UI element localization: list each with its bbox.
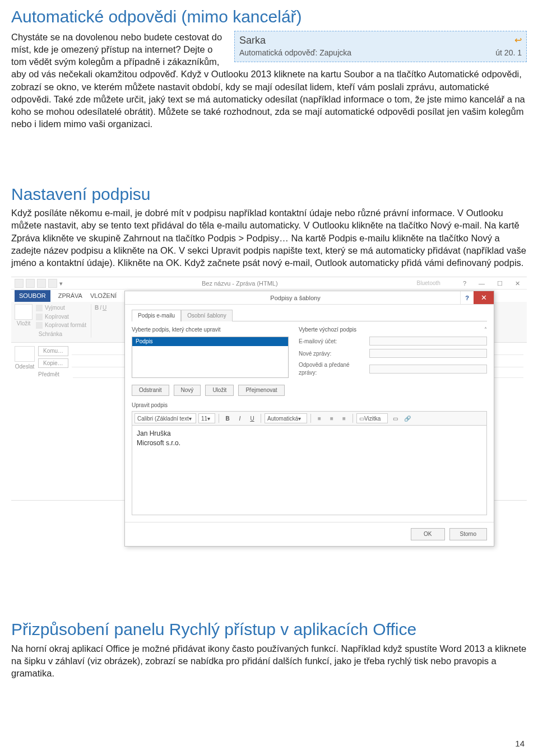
section3-body: Na horní okraj aplikací Office je možné … [11, 642, 527, 680]
rename-button[interactable]: Přejmenovat [238, 385, 284, 396]
help-icon[interactable]: ? [463, 279, 466, 288]
qat-icon[interactable] [26, 279, 35, 288]
notification-toast: Sarka ↩ Automatická odpověď: Zapujcka út… [234, 31, 527, 62]
heading-auto-replies: Automatické odpovědi (mimo kancelář) [11, 6, 527, 29]
replies-label: Odpovědi a předané zprávy: [299, 361, 366, 376]
minimize-icon[interactable]: — [479, 279, 485, 288]
send-label: Odeslat [15, 363, 34, 371]
font-size-select[interactable]: 11 ▾ [198, 413, 215, 423]
account-label: E-mailový účet: [299, 338, 366, 346]
quick-access-toolbar: ▾ [11, 279, 63, 288]
cancel-button[interactable]: Storno [449, 528, 487, 540]
bold-button[interactable]: B [222, 413, 233, 423]
cc-button[interactable]: Kopie… [38, 358, 68, 368]
tab-file[interactable]: SOUBOR [15, 290, 50, 302]
copy-label: Kopírovat [45, 313, 69, 321]
close-icon[interactable]: ✕ [515, 279, 520, 288]
underline-button[interactable]: U [247, 413, 257, 423]
window-hint: Bluetooth [417, 279, 440, 287]
qat-icon[interactable] [15, 279, 24, 288]
reply-arrow-icon: ↩ [514, 34, 522, 46]
help-button[interactable]: ? [460, 291, 474, 304]
align-center-icon[interactable]: ≡ [327, 413, 337, 423]
account-select[interactable] [369, 337, 487, 346]
toast-date: út 20. 1 [495, 48, 522, 58]
italic-button[interactable]: I [235, 413, 245, 423]
copy-icon[interactable] [36, 314, 43, 320]
chevron-up-icon[interactable]: ˄ [484, 326, 487, 334]
format-painter-icon[interactable] [36, 322, 43, 329]
color-select[interactable]: Automatická ▾ [265, 413, 307, 423]
align-right-icon[interactable]: ≡ [339, 413, 349, 423]
underline-button[interactable]: U [103, 304, 106, 312]
heading-qat: Přizpůsobení panelu Rychlý přístup v apl… [11, 618, 527, 641]
qat-icon[interactable] [48, 279, 57, 288]
ok-button[interactable]: OK [411, 528, 444, 540]
tab-insert[interactable]: VLOŽENÍ [90, 292, 117, 300]
dialog-title: Podpisy a šablony [131, 294, 460, 302]
outlook-screenshot: ▾ Bez názvu - Zpráva (HTML) Bluetooth ? … [11, 277, 527, 501]
toast-subject: Automatická odpověď: Zapujcka [239, 48, 495, 58]
window-title: Bez názvu - Zpráva (HTML) [63, 279, 417, 288]
tab-email-signature[interactable]: Podpis e-mailu [132, 310, 181, 321]
tab-message[interactable]: ZPRÁVA [58, 292, 82, 300]
format-painter-label: Kopírovat formát [45, 321, 86, 329]
bold-button[interactable]: B [95, 304, 99, 312]
select-signature-label: Vyberte podpis, který chcete upravit [132, 326, 289, 334]
cut-icon[interactable] [36, 305, 43, 311]
signature-editor[interactable]: Jan Hruška Microsoft s.r.o. [132, 426, 487, 515]
close-button[interactable]: ✕ [474, 291, 494, 304]
signature-line: Microsoft s.r.o. [137, 438, 482, 447]
business-card-button[interactable]: ▭ Vizitka [356, 413, 388, 423]
to-button[interactable]: Komu… [38, 346, 68, 356]
maximize-icon[interactable]: ☐ [497, 279, 503, 288]
send-icon[interactable] [15, 346, 35, 362]
delete-button[interactable]: Odstranit [132, 385, 169, 396]
default-signature-label: Vyberte výchozí podpis [299, 326, 484, 334]
clipboard-group-label: Schránka [15, 330, 86, 338]
signature-list-item[interactable]: Podpis [132, 337, 288, 346]
new-button[interactable]: Nový [174, 385, 201, 396]
font-select[interactable]: Calibri (Základní text ▾ [134, 413, 196, 423]
cut-label: Vyjmout [45, 304, 65, 312]
paste-icon[interactable] [15, 304, 33, 320]
align-left-icon[interactable]: ≡ [314, 413, 324, 423]
new-messages-select[interactable] [369, 349, 487, 358]
subject-label: Předmět [38, 371, 69, 379]
section2-body: Když posíláte někomu e-mail, je dobré mí… [11, 207, 527, 269]
new-messages-label: Nové zprávy: [299, 350, 366, 358]
heading-signature: Nastavení podpisu [11, 183, 527, 206]
signature-listbox[interactable]: Podpis [132, 337, 289, 378]
toast-sender: Sarka [239, 34, 514, 47]
paste-label: Vložit [17, 320, 30, 328]
signature-line: Jan Hruška [137, 429, 482, 438]
tab-personal-templates[interactable]: Osobní šablony [181, 310, 233, 321]
edit-signature-label: Upravit podpis [132, 402, 487, 409]
signatures-dialog: Podpisy a šablony ? ✕ Podpis e-mailu Oso… [124, 291, 494, 547]
replies-select[interactable] [369, 365, 487, 374]
qat-icon[interactable] [37, 279, 46, 288]
image-icon[interactable]: ▭ [390, 413, 400, 423]
save-button[interactable]: Uložit [205, 385, 234, 396]
link-icon[interactable]: 🔗 [402, 413, 412, 423]
italic-button[interactable]: I [100, 304, 101, 312]
editor-toolbar: Calibri (Základní text ▾ 11 ▾ B I U Auto… [132, 411, 487, 426]
